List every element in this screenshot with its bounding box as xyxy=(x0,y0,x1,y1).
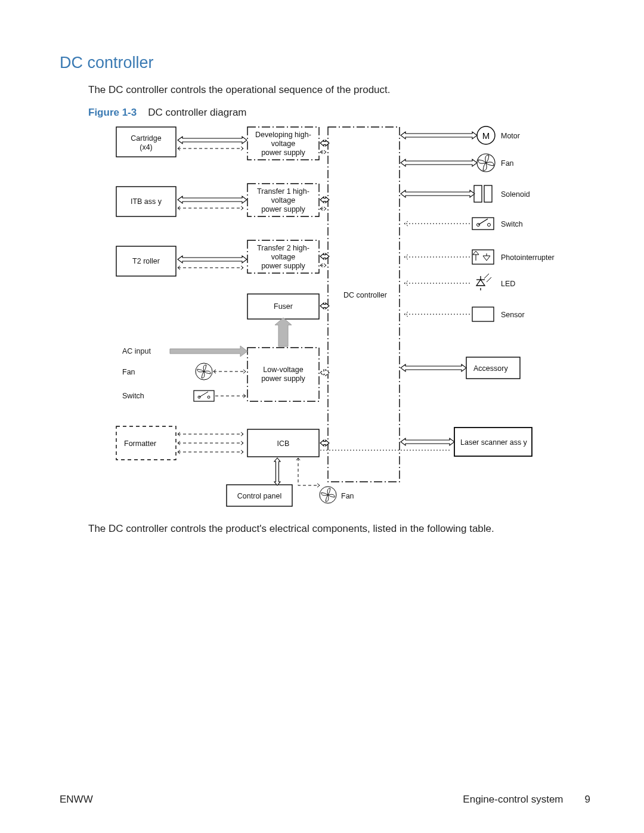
svg-point-19 xyxy=(488,224,491,227)
svg-rect-15 xyxy=(474,185,482,202)
footer-left: ENWW xyxy=(60,794,93,806)
label-fan-right: Fan xyxy=(501,159,514,168)
svg-text:M: M xyxy=(482,131,490,141)
box-icb: ICB xyxy=(250,439,316,448)
svg-rect-16 xyxy=(484,185,492,202)
box-itb: ITB ass y xyxy=(125,197,167,206)
content: DC controller The DC controller controls… xyxy=(60,54,590,546)
page: DC controller The DC controller controls… xyxy=(0,0,644,833)
svg-rect-30 xyxy=(194,391,214,401)
label-dc-controller: DC controller xyxy=(343,291,387,300)
box-dhv: Developing high-voltagepower supply xyxy=(250,131,316,157)
label-solenoid: Solenoid xyxy=(501,190,530,199)
svg-line-25 xyxy=(487,277,491,282)
box-formatter: Formatter xyxy=(124,439,156,448)
label-laser-scanner: Laser scanner ass y xyxy=(460,438,532,447)
label-sensor: Sensor xyxy=(501,311,525,320)
box-t2roller: T2 roller xyxy=(125,257,167,266)
page-footer: ENWW Engine-control system 9 xyxy=(60,794,590,806)
svg-rect-21 xyxy=(472,250,494,264)
label-fan-left: Fan xyxy=(122,368,135,377)
svg-line-24 xyxy=(484,274,489,278)
svg-line-20 xyxy=(478,219,488,225)
label-accessory: Accessory xyxy=(473,364,508,373)
label-motor: Motor xyxy=(501,132,520,141)
footer-section: Engine-control system xyxy=(463,794,563,806)
box-t1hv: Transfer 1 high-voltagepower supply xyxy=(250,187,316,214)
figure-caption: Figure 1-3 DC controller diagram xyxy=(88,107,590,119)
svg-point-32 xyxy=(208,396,210,398)
box-fuser: Fuser xyxy=(250,302,316,311)
outro-paragraph: The DC controller controls the product's… xyxy=(88,523,590,535)
svg-line-33 xyxy=(199,392,208,397)
svg-rect-17 xyxy=(472,218,494,230)
svg-rect-0 xyxy=(328,127,400,482)
figure-number: Figure 1-3 xyxy=(88,107,137,118)
footer-page: 9 xyxy=(585,794,590,806)
label-photointerrupter: Photointerrupter xyxy=(501,253,555,262)
section-heading: DC controller xyxy=(60,54,590,72)
figure-title: DC controller diagram xyxy=(148,107,246,118)
box-t2hv: Transfer 2 high-voltagepower supply xyxy=(250,244,316,271)
label-switch-right: Switch xyxy=(501,220,523,229)
box-cartridge: Cartridge(x4) xyxy=(125,134,167,152)
label-led: LED xyxy=(501,280,515,289)
intro-paragraph: The DC controller controls the operation… xyxy=(88,84,590,96)
box-lvps: Low-voltagepower supply xyxy=(250,366,316,383)
label-fan-bottom: Fan xyxy=(341,492,354,501)
box-control-panel: Control panel xyxy=(230,492,289,501)
label-ac-input: AC input xyxy=(122,347,151,356)
svg-rect-26 xyxy=(472,307,494,321)
dc-controller-diagram: M xyxy=(107,122,537,516)
label-switch-left: Switch xyxy=(122,392,144,401)
